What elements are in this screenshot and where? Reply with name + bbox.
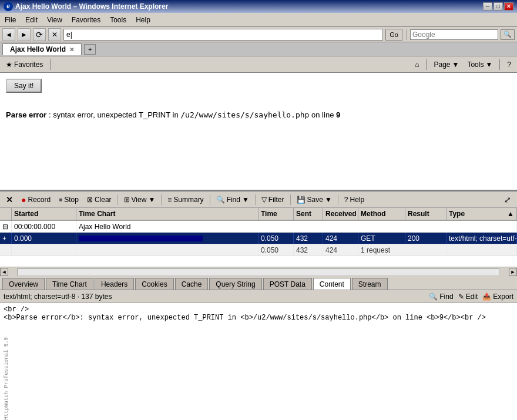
page-dropdown-icon: ▼ xyxy=(452,61,459,69)
hw-hscroll[interactable]: ◄ ► xyxy=(0,267,517,276)
cell-method-1: GET xyxy=(358,233,405,244)
address-go-button[interactable]: Go xyxy=(385,29,402,41)
new-tab-button[interactable]: + xyxy=(84,44,96,55)
cell-expand-1[interactable]: + xyxy=(0,233,12,244)
minimize-button[interactable]: ─ xyxy=(483,2,492,11)
col-header-type[interactable]: Type ▲ xyxy=(446,208,517,220)
browser-tab-active[interactable]: Ajax Hello World ✕ xyxy=(2,43,82,55)
menu-view[interactable]: View xyxy=(42,15,67,25)
col-header-received[interactable]: Received xyxy=(323,208,358,220)
cell-received-1: 424 xyxy=(323,233,358,244)
refresh-button[interactable]: ⟳ xyxy=(33,28,46,41)
cell-method-2: 1 request xyxy=(358,244,405,256)
hw-tabs: Overview Time Chart Headers Cookies Cach… xyxy=(0,276,517,290)
hw-tab-headers[interactable]: Headers xyxy=(95,278,134,290)
main-wrapper: e Ajax Hello World – Windows Internet Ex… xyxy=(0,0,517,420)
back-button[interactable]: ◄ xyxy=(2,28,15,41)
col-header-time[interactable]: Time xyxy=(258,208,294,220)
hw-find-icon: 🔍 xyxy=(216,196,225,204)
hw-find-action-icon: 🔍 xyxy=(429,293,438,301)
cell-expand-0[interactable]: ⊟ xyxy=(0,221,12,232)
tab-close-icon[interactable]: ✕ xyxy=(69,46,74,53)
forward-button[interactable]: ► xyxy=(18,28,31,41)
hw-find-action-button[interactable]: 🔍 Find xyxy=(429,293,453,301)
hw-stop-button[interactable]: ■ Stop xyxy=(55,193,82,206)
home-button[interactable]: ⌂ xyxy=(412,58,421,71)
hw-edit-action-label: Edit xyxy=(466,293,478,301)
cell-time-2: 0.050 xyxy=(258,244,294,256)
page-button[interactable]: Page ▼ xyxy=(431,58,461,71)
hw-find-label: Find xyxy=(227,196,240,204)
cell-chart-2 xyxy=(76,244,258,256)
tools-button[interactable]: Tools ▼ xyxy=(465,58,495,71)
hw-filter-button[interactable]: ▽ Filter xyxy=(258,193,288,206)
hw-edit-action-button[interactable]: ✎ Edit xyxy=(458,293,478,301)
hw-grid-row-get[interactable]: + 0.000 0.050 432 424 GET 200 text/html;… xyxy=(0,233,517,244)
hw-grid-row-parent[interactable]: ⊟ 00:00:00.000 Ajax Hello World xyxy=(0,221,517,233)
hw-content-info-bar: text/html; charset=utf-8 · 137 bytes 🔍 F… xyxy=(0,290,517,303)
hw-view-button[interactable]: ⊞ View ▼ xyxy=(120,193,159,206)
cell-result-1: 200 xyxy=(405,233,446,244)
col-header-method[interactable]: Method xyxy=(358,208,405,220)
hw-record-label: Record xyxy=(28,196,51,204)
cell-received-2: 424 xyxy=(323,244,358,256)
hw-help-button[interactable]: ? Help xyxy=(341,193,368,206)
hw-sep-1 xyxy=(118,194,118,205)
hw-content-line-2: <b>Parse error</b>: syntax error, unexpe… xyxy=(4,314,513,322)
hw-record-button[interactable]: ● Record xyxy=(18,193,54,206)
google-search-input[interactable] xyxy=(410,29,498,40)
say-it-button[interactable]: Say it! xyxy=(6,79,42,93)
hw-export-action-button[interactable]: 📤 Export xyxy=(482,293,513,301)
hw-save-button[interactable]: 💾 Save ▼ xyxy=(293,193,335,206)
hw-resize-button[interactable]: ⤢ xyxy=(501,193,515,206)
browser-tab-label: Ajax Hello World xyxy=(10,45,66,53)
hw-tab-content[interactable]: Content xyxy=(313,278,351,290)
address-input[interactable] xyxy=(63,29,383,41)
col-header-started[interactable]: Started xyxy=(12,208,76,220)
menu-file[interactable]: File xyxy=(0,15,21,25)
hw-view-icon: ⊞ xyxy=(124,196,130,204)
hw-find-button[interactable]: 🔍 Find ▼ xyxy=(213,193,253,206)
hw-tab-timechart[interactable]: Time Chart xyxy=(46,278,93,290)
close-button[interactable]: ✕ xyxy=(504,2,513,11)
cell-expand-2 xyxy=(0,244,12,256)
hw-tab-overview[interactable]: Overview xyxy=(2,278,45,290)
hw-sep-6 xyxy=(338,194,338,205)
menu-favorites[interactable]: Favorites xyxy=(67,15,105,25)
col-header-expand xyxy=(0,208,12,220)
add-favorites-button[interactable]: ★ Favorites xyxy=(4,58,45,71)
hw-save-dropdown: ▼ xyxy=(325,196,332,204)
hw-summary-button[interactable]: ≡ Summary xyxy=(164,193,207,206)
hw-watermark: HttpWatch Professional 5.0 xyxy=(4,337,9,419)
menu-tools[interactable]: Tools xyxy=(105,15,131,25)
hscroll-left-button[interactable]: ◄ xyxy=(0,268,8,276)
hscroll-track[interactable] xyxy=(18,268,499,276)
stop-button[interactable]: ✕ xyxy=(48,28,61,41)
menu-help[interactable]: Help xyxy=(131,15,155,25)
favorites-label: Favorites xyxy=(14,61,43,69)
hw-filter-label: Filter xyxy=(268,196,284,204)
toolbar-sep-2 xyxy=(426,59,427,70)
hw-tab-cache[interactable]: Cache xyxy=(175,278,209,290)
hw-export-action-label: Export xyxy=(493,293,513,301)
hw-help-label: Help xyxy=(350,196,364,204)
title-bar-controls[interactable]: ─ □ ✕ xyxy=(483,2,513,11)
col-header-timechart[interactable]: Time Chart xyxy=(76,208,258,220)
help-menu-btn[interactable]: ? xyxy=(505,58,513,71)
progress-bar xyxy=(79,236,203,241)
hw-tab-cookies[interactable]: Cookies xyxy=(135,278,173,290)
hw-export-action-icon: 📤 xyxy=(482,293,491,301)
menu-edit[interactable]: Edit xyxy=(21,15,42,25)
maximize-button[interactable]: □ xyxy=(494,2,503,11)
hw-tab-stream[interactable]: Stream xyxy=(352,278,388,290)
hw-tab-querystring[interactable]: Query String xyxy=(209,278,261,290)
col-header-sent[interactable]: Sent xyxy=(294,208,323,220)
hw-edit-action-icon: ✎ xyxy=(458,293,464,301)
hw-clear-button[interactable]: ⊠ Clear xyxy=(83,193,115,206)
col-header-result[interactable]: Result xyxy=(405,208,446,220)
hscroll-right-button[interactable]: ► xyxy=(509,268,517,276)
hw-tab-postdata[interactable]: POST Data xyxy=(263,278,312,290)
hw-close-button[interactable]: ✕ xyxy=(2,193,16,206)
hw-save-icon: 💾 xyxy=(297,196,306,204)
google-search-button[interactable]: 🔍 xyxy=(501,29,515,40)
